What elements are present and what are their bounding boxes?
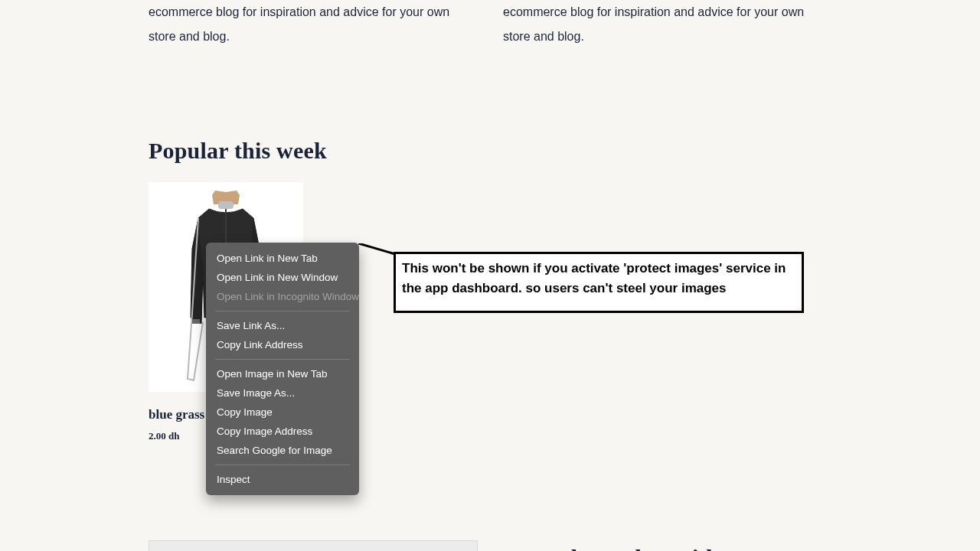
cm-copy-image[interactable]: Copy Image [206, 403, 359, 422]
popular-heading: Popular this week [149, 138, 831, 164]
cm-inspect[interactable]: Inspect [206, 470, 359, 489]
blurb-row: ecommerce blog for inspiration and advic… [149, 0, 831, 49]
cm-open-new-tab[interactable]: Open Link in New Tab [206, 249, 359, 268]
example-product-image[interactable] [149, 540, 478, 551]
cm-open-image-new-tab[interactable]: Open Image in New Tab [206, 364, 359, 383]
cm-separator [215, 465, 350, 465]
cm-copy-image-address[interactable]: Copy Image Address [206, 422, 359, 441]
context-menu[interactable]: Open Link in New Tab Open Link in New Wi… [206, 243, 359, 495]
svg-rect-0 [218, 201, 234, 209]
blurb-right: ecommerce blog for inspiration and advic… [503, 0, 831, 49]
cm-save-image-as[interactable]: Save Image As... [206, 383, 359, 403]
cm-copy-link-address[interactable]: Copy Link Address [206, 335, 359, 354]
cm-separator [215, 311, 350, 311]
example-product-title[interactable]: Example Product Title [501, 545, 723, 551]
blurb-left: ecommerce blog for inspiration and advic… [149, 0, 477, 49]
cm-open-incognito: Open Link in Incognito Window [206, 287, 359, 306]
cm-separator [215, 359, 350, 360]
svg-rect-1 [192, 319, 200, 324]
cm-search-google-image[interactable]: Search Google for Image [206, 441, 359, 460]
callout-annotation: This won't be shown if you activate 'pro… [394, 252, 804, 313]
bottom-row: Example Product Title [149, 540, 831, 551]
cm-open-new-window[interactable]: Open Link in New Window [206, 268, 359, 287]
cm-save-link-as[interactable]: Save Link As... [206, 316, 359, 335]
